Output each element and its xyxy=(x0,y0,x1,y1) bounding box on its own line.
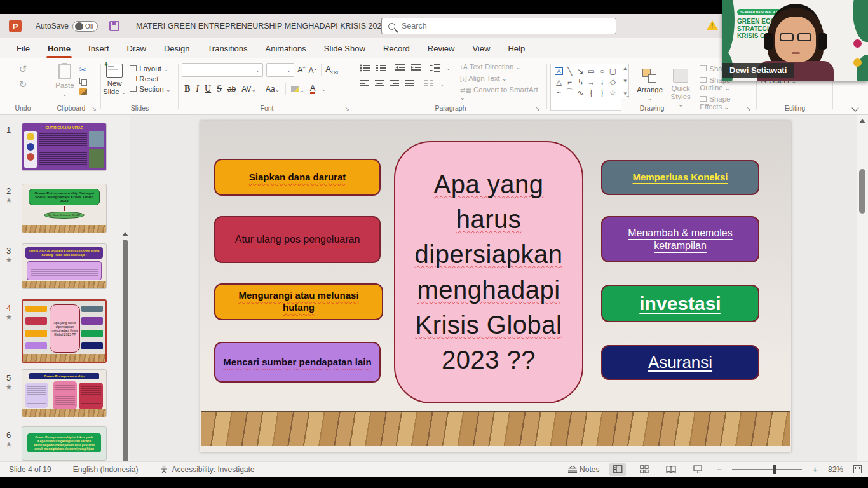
language-indicator[interactable]: English (Indonesia) xyxy=(73,465,139,474)
tab-draw[interactable]: Draw xyxy=(119,40,154,57)
section-button[interactable]: Section ⌄ xyxy=(130,85,170,93)
shape-center-question[interactable]: Apa yang harus dipersiapkan menghadapi K… xyxy=(394,141,583,403)
font-name-combo[interactable]: ⌄ xyxy=(182,63,263,77)
tab-view[interactable]: View xyxy=(465,40,498,57)
grow-font-icon[interactable]: A^ xyxy=(297,65,305,74)
collapse-ribbon-icon[interactable] xyxy=(853,104,859,111)
slide-editor-canvas[interactable]: Siapkan dana darurat Atur ulang pos peng… xyxy=(130,115,857,461)
slide-thumbnail-4-selected[interactable]: Apa yang harus dipersiapkan menghadapi K… xyxy=(22,299,107,363)
arrow-icon[interactable]: ↘ xyxy=(577,67,583,76)
bullets-icon[interactable] xyxy=(360,64,370,72)
slide-position[interactable]: Slide 4 of 19 xyxy=(9,465,51,474)
powerpoint-app-icon[interactable]: P xyxy=(9,20,22,32)
shape-investasi[interactable]: investasi xyxy=(601,285,759,322)
decrease-indent-icon[interactable] xyxy=(395,64,405,72)
normal-view-button[interactable] xyxy=(609,463,626,476)
reset-button[interactable]: Reset xyxy=(130,75,170,83)
reading-view-button[interactable] xyxy=(663,463,679,476)
right-arrow-icon[interactable]: → xyxy=(588,78,595,86)
character-spacing-button[interactable]: AV⌄ xyxy=(241,85,256,93)
fit-slide-to-window-button[interactable] xyxy=(853,465,862,473)
search-input[interactable] xyxy=(402,22,580,30)
notes-button[interactable]: Notes xyxy=(568,465,599,474)
new-slide-button[interactable]: + New Slide ⌄ xyxy=(103,62,126,96)
arrange-button[interactable]: Arrange ⌄ xyxy=(637,64,663,111)
tab-transitions[interactable]: Transitions xyxy=(200,40,255,57)
tab-home[interactable]: Home xyxy=(40,40,78,57)
increase-indent-icon[interactable] xyxy=(411,64,421,72)
undo-icon[interactable]: ↺ xyxy=(19,64,27,75)
tab-record[interactable]: Record xyxy=(376,40,417,57)
strikethrough-button[interactable]: S xyxy=(217,84,222,94)
redo-icon[interactable]: ↻ xyxy=(19,79,27,90)
slide-thumbnail-1[interactable]: CURRICULUM VITAE xyxy=(22,123,107,171)
justify-icon[interactable] xyxy=(405,80,414,88)
slide-sorter-view-button[interactable] xyxy=(636,463,653,476)
triangle-icon[interactable]: △ xyxy=(556,78,562,86)
down-arrow-icon[interactable]: ↓ xyxy=(600,78,604,86)
save-icon[interactable] xyxy=(109,21,119,31)
shapes-gallery-scroll[interactable]: ▲▼▼̲ xyxy=(621,64,629,98)
slide-thumbnail-3[interactable]: Tahun 2023 di Prediksi Kondisi Ekonomi D… xyxy=(22,243,107,289)
zoom-in-button[interactable]: + xyxy=(812,464,818,475)
shape-mengurangi-hutang[interactable]: Mengurangi atau melunasi hutang xyxy=(214,283,383,320)
search-box[interactable] xyxy=(381,18,616,34)
vertical-scrollbar[interactable] xyxy=(857,115,868,461)
accessibility-checker[interactable]: Accessibility: Investigate xyxy=(159,465,254,474)
slide-4[interactable]: Siapkan dana darurat Atur ulang pos peng… xyxy=(200,121,791,452)
italic-button[interactable]: I xyxy=(196,84,199,94)
thumbnail-scrollbar[interactable] xyxy=(122,232,128,461)
shape-atur-ulang-pos[interactable]: Atur ulang pos pengeluaran xyxy=(214,216,381,263)
numbering-icon[interactable] xyxy=(376,64,386,72)
shapes-gallery[interactable]: A ╲ ↘ ▭ ○ ▢ △ ⌐ ↳ → ↓ ◇ ~ ⌒ ∿ { } xyxy=(550,64,621,111)
warning-icon[interactable]: ! xyxy=(707,20,718,30)
underline-button[interactable]: U xyxy=(205,84,211,94)
zoom-slider[interactable] xyxy=(732,469,802,470)
right-brace-icon[interactable]: } xyxy=(600,88,603,97)
oval-icon[interactable]: ○ xyxy=(600,67,604,76)
left-brace-icon[interactable]: { xyxy=(590,88,592,97)
slide-thumbnail-6[interactable]: Green Entrepreneurship terfokus pada Kep… xyxy=(22,426,107,461)
rounded-rectangle-icon[interactable]: ▢ xyxy=(609,67,616,76)
format-painter-icon[interactable] xyxy=(79,88,87,95)
rectangle-icon[interactable]: ▭ xyxy=(588,67,595,76)
shape-siapkan-dana-darurat[interactable]: Siapkan dana darurat xyxy=(214,159,381,196)
arc-icon[interactable]: ⌒ xyxy=(566,87,574,98)
scribble-icon[interactable]: ~ xyxy=(557,88,561,97)
zoom-slider-handle[interactable] xyxy=(773,465,776,474)
clear-formatting-icon[interactable]: A⌫ xyxy=(321,64,338,76)
change-case-button[interactable]: Aa⌄ xyxy=(266,85,280,93)
align-text-button[interactable]: [↕] Align Text ⌄ xyxy=(460,74,543,82)
diamond-icon[interactable]: ◇ xyxy=(610,78,616,86)
scroll-up-icon[interactable] xyxy=(122,232,128,236)
highlight-color-button[interactable]: ⌄ xyxy=(285,83,304,95)
tab-file[interactable]: File xyxy=(9,40,37,57)
tab-insert[interactable]: Insert xyxy=(81,40,117,57)
scroll-up-icon[interactable] xyxy=(859,119,865,123)
bent-arrow-icon[interactable]: ↳ xyxy=(577,78,583,86)
dialog-launcher-icon[interactable]: ↘ xyxy=(344,105,349,112)
paste-button[interactable]: Paste ⌄ xyxy=(55,62,74,97)
line-icon[interactable]: ╲ xyxy=(567,67,572,76)
shape-memperluas-koneksi[interactable]: Memperluas Koneksi xyxy=(601,160,759,195)
autosave-control[interactable]: AutoSave Off xyxy=(36,21,98,32)
dialog-launcher-icon[interactable]: ↘ xyxy=(535,105,540,112)
curve-icon[interactable]: ∿ xyxy=(577,88,583,97)
tab-slide-show[interactable]: Slide Show xyxy=(316,40,373,57)
dialog-launcher-icon[interactable]: ↘ xyxy=(92,105,97,112)
tab-help[interactable]: Help xyxy=(500,40,532,57)
shape-menambah-ketrampilan[interactable]: Menambah & memoles ketrampilan xyxy=(601,216,759,262)
align-right-icon[interactable] xyxy=(390,80,399,88)
font-size-combo[interactable]: ⌄ xyxy=(266,63,294,77)
elbow-connector-icon[interactable]: ⌐ xyxy=(567,78,572,86)
text-direction-button[interactable]: ↓A Text Direction ⌄ xyxy=(460,63,543,71)
align-left-icon[interactable] xyxy=(360,80,369,88)
copy-icon[interactable] xyxy=(79,78,87,85)
shape-mencari-sumber[interactable]: Mencari sumber pendapatan lain xyxy=(214,342,381,383)
bold-button[interactable]: B xyxy=(184,84,190,94)
dialog-launcher-icon[interactable]: ↘ xyxy=(746,105,751,112)
shape-asuransi[interactable]: Asuransi xyxy=(601,345,759,380)
slide-thumbnail-2[interactable]: Green Entrepreneurship Sebagai Solusi Me… xyxy=(22,184,107,233)
double-strikethrough-button[interactable]: ab xyxy=(227,85,236,93)
tab-design[interactable]: Design xyxy=(156,40,197,57)
